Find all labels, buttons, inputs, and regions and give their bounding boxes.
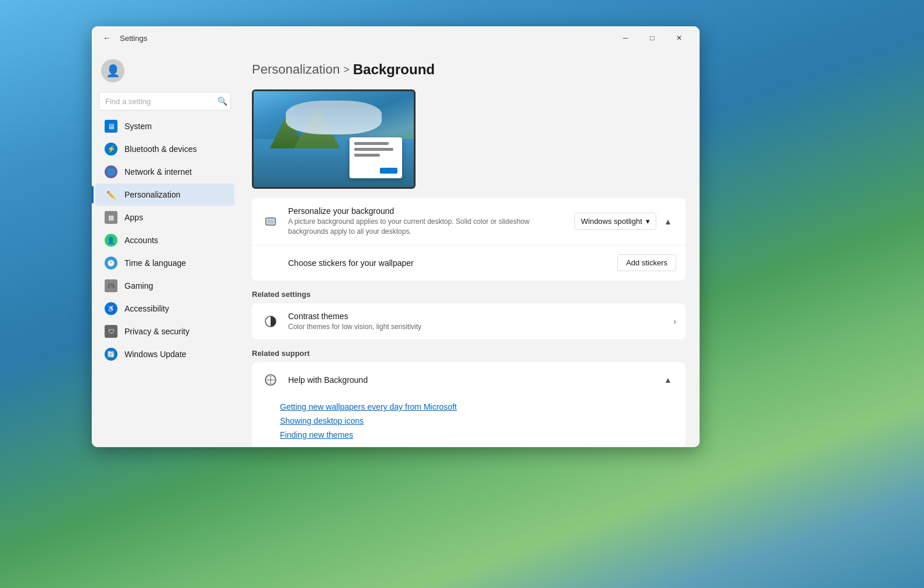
preview-area: [252, 89, 686, 189]
gaming-icon: 🎮: [105, 279, 117, 292]
help-links: Getting new wallpapers every day from Mi…: [252, 397, 686, 447]
help-row: Help with Background ▲: [252, 362, 686, 397]
search-box: 🔍: [99, 92, 231, 110]
personalize-icon: [261, 212, 280, 231]
apps-icon: ▦: [105, 211, 117, 224]
back-button[interactable]: ←: [99, 30, 115, 46]
avatar: 👤: [101, 59, 124, 82]
sidebar-item-privacy[interactable]: 🛡 Privacy & security: [95, 320, 234, 343]
link-wallpapers[interactable]: Getting new wallpapers every day from Mi…: [252, 400, 686, 414]
sidebar-item-accounts[interactable]: 👤 Accounts: [95, 229, 234, 251]
avatar-icon: 👤: [106, 64, 120, 78]
sidebar-label-personalization: Personalization: [124, 190, 181, 199]
sidebar-label-apps: Apps: [124, 213, 143, 222]
sidebar: 👤 🔍 🖥 System ⚡ Bluetooth & devices: [92, 50, 238, 447]
sidebar-item-network[interactable]: 🌐 Network & internet: [95, 161, 234, 183]
privacy-icon: 🛡: [105, 325, 117, 338]
sidebar-label-time: Time & language: [124, 258, 186, 268]
accounts-icon: 👤: [105, 234, 117, 247]
contrast-icon: [261, 312, 280, 331]
preview-lines: [354, 142, 397, 157]
time-icon: 🕐: [105, 257, 117, 269]
link-desktop-icons[interactable]: Showing desktop icons: [252, 414, 686, 428]
stickers-title: Choose stickers for your wallpaper: [288, 258, 609, 268]
minimize-button[interactable]: ─: [612, 29, 639, 47]
sidebar-label-bluetooth: Bluetooth & devices: [124, 144, 197, 154]
search-icon[interactable]: 🔍: [217, 96, 227, 106]
contrast-title: Contrast themes: [288, 312, 665, 321]
sidebar-item-accessibility[interactable]: ♿ Accessibility: [95, 298, 234, 320]
sidebar-item-personalization[interactable]: ✏️ Personalization: [95, 184, 234, 206]
preview-line-2: [354, 148, 393, 151]
link-new-themes[interactable]: Finding new themes: [252, 428, 686, 442]
sidebar-label-system: System: [124, 122, 152, 131]
contrast-text: Contrast themes Color themes for low vis…: [288, 312, 665, 332]
personalize-expand-button[interactable]: ▲: [660, 213, 676, 230]
sidebar-label-network: Network & internet: [124, 167, 192, 177]
stickers-icon: [261, 254, 280, 272]
accessibility-icon: ♿: [105, 302, 117, 315]
system-icon: 🖥: [105, 120, 117, 133]
sidebar-label-update: Windows Update: [124, 350, 186, 359]
close-button[interactable]: ✕: [666, 29, 693, 47]
sidebar-label-accessibility: Accessibility: [124, 304, 169, 313]
breadcrumb-separator: >: [343, 64, 349, 76]
preview-dialog-window: [349, 137, 402, 178]
related-support-title: Related support: [252, 349, 686, 358]
user-avatar-area: 👤: [92, 54, 238, 92]
help-title: Help with Background: [288, 375, 652, 385]
stickers-text: Choose stickers for your wallpaper: [288, 258, 609, 268]
svg-rect-1: [267, 219, 274, 224]
breadcrumb-current: Background: [353, 61, 435, 78]
sidebar-label-gaming: Gaming: [124, 281, 153, 290]
help-icon: [261, 371, 280, 389]
breadcrumb: Personalization > Background: [252, 61, 686, 78]
sidebar-item-update[interactable]: 🔄 Windows Update: [95, 343, 234, 365]
personalize-card: Personalize your background A picture ba…: [252, 198, 686, 281]
stickers-control: Add stickers: [617, 254, 676, 271]
preview-line-3: [354, 154, 380, 157]
related-support-card: Help with Background ▲ Getting new wallp…: [252, 362, 686, 447]
app-title: Settings: [120, 34, 147, 43]
contrast-desc: Color themes for low vision, light sensi…: [288, 322, 665, 332]
personalize-row: Personalize your background A picture ba…: [252, 198, 686, 245]
breadcrumb-parent[interactable]: Personalization: [252, 62, 340, 77]
dropdown-chevron-icon: ▾: [646, 217, 650, 226]
title-bar: ← Settings ─ □ ✕: [92, 26, 700, 50]
related-settings-title: Related settings: [252, 290, 686, 299]
preview-line-1: [354, 142, 389, 145]
add-stickers-button[interactable]: Add stickers: [617, 254, 676, 271]
maximize-button[interactable]: □: [639, 29, 666, 47]
sidebar-item-bluetooth[interactable]: ⚡ Bluetooth & devices: [95, 138, 234, 160]
sidebar-item-system[interactable]: 🖥 System: [95, 115, 234, 137]
personalization-icon: ✏️: [105, 188, 117, 201]
contrast-row[interactable]: Contrast themes Color themes for low vis…: [252, 303, 686, 340]
contrast-chevron-icon: ›: [673, 317, 676, 326]
search-input[interactable]: [99, 92, 231, 110]
window-body: 👤 🔍 🖥 System ⚡ Bluetooth & devices: [92, 50, 700, 447]
related-settings-card: Contrast themes Color themes for low vis…: [252, 303, 686, 340]
settings-window: ← Settings ─ □ ✕ 👤 🔍 🖥: [92, 26, 700, 447]
sidebar-label-accounts: Accounts: [124, 236, 158, 245]
sidebar-item-apps[interactable]: ▦ Apps: [95, 206, 234, 229]
desktop-preview: [252, 89, 416, 189]
help-text: Help with Background: [288, 375, 652, 385]
personalize-control: Windows spotlight ▾ ▲: [575, 213, 676, 230]
preview-button-bar: [380, 168, 397, 174]
sidebar-item-time[interactable]: 🕐 Time & language: [95, 252, 234, 274]
stickers-row: Choose stickers for your wallpaper Add s…: [252, 245, 686, 281]
sidebar-item-gaming[interactable]: 🎮 Gaming: [95, 275, 234, 297]
spotlight-label: Windows spotlight: [581, 217, 642, 226]
main-content: Personalization > Background: [238, 50, 700, 447]
personalize-title: Personalize your background: [288, 206, 566, 216]
spotlight-dropdown[interactable]: Windows spotlight ▾: [575, 213, 656, 230]
window-controls: ─ □ ✕: [612, 29, 693, 47]
help-collapse-button[interactable]: ▲: [660, 372, 676, 388]
bluetooth-icon: ⚡: [105, 143, 117, 155]
network-icon: 🌐: [105, 165, 117, 178]
update-icon: 🔄: [105, 348, 117, 361]
personalize-text: Personalize your background A picture ba…: [288, 206, 566, 237]
personalize-desc: A picture background applies to your cur…: [288, 217, 566, 237]
sidebar-label-privacy: Privacy & security: [124, 327, 189, 336]
